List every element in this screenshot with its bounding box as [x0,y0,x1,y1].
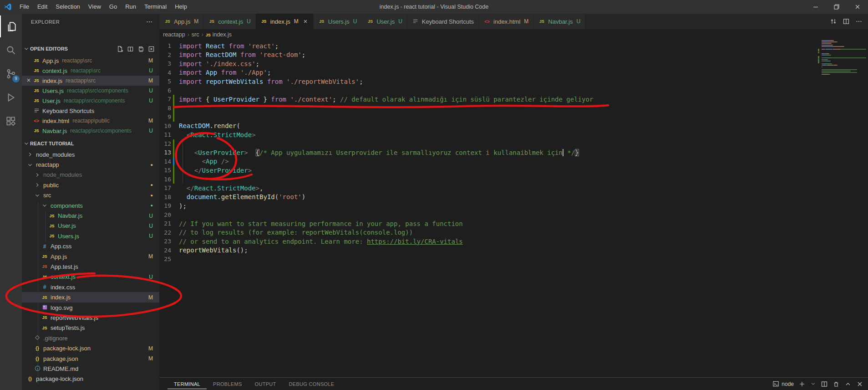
line-number[interactable]: 2 [159,51,171,58]
editor-layout-icon[interactable] [127,46,134,52]
line-number[interactable]: 10 [159,123,171,129]
menu-run[interactable]: Run [121,0,140,14]
file-package-lock.json[interactable]: {}package-lock.json [22,374,159,384]
save-all-icon[interactable] [137,46,144,52]
line-number[interactable]: 19 [159,202,171,209]
line-number[interactable]: 24 [159,247,171,254]
open-editor-context.js[interactable]: JScontext.jsreactapp\srcU [22,66,159,76]
file-index.css[interactable]: #index.css [22,282,159,292]
open-editor-index.js[interactable]: JSindex.jsreactapp\srcM [22,76,159,86]
maximize-panel-icon[interactable] [844,380,852,388]
line-number[interactable]: 23 [159,238,171,245]
activity-explorer-icon[interactable] [0,15,22,37]
breadcrumb-file[interactable]: JSindex.js [206,31,232,38]
more-actions-icon[interactable] [146,18,153,26]
tab-user.js[interactable]: JSUser.jsU [362,14,407,29]
line-number[interactable]: 16 [159,176,171,183]
line-number[interactable]: 22 [159,229,171,236]
line-number[interactable]: 25 [159,256,171,262]
file-reportwebvitals.js[interactable]: JSreportWebVitals.js [22,313,159,323]
line-number[interactable]: 11 [159,131,171,138]
open-editor-index.html[interactable]: <>index.htmlreactapp\publicM [22,116,159,126]
menu-go[interactable]: Go [105,0,121,14]
file-navbar.js[interactable]: JSNavbar.jsU [22,210,159,221]
kill-terminal-icon[interactable] [832,380,840,388]
breadcrumb[interactable]: reactapp›src›JSindex.js [159,29,868,40]
line-number[interactable]: 12 [159,140,171,147]
maximize-button[interactable] [826,0,847,14]
open-editor-app.js[interactable]: JSApp.jsreactapp\srcM [22,56,159,66]
open-editor-users.js[interactable]: JSUsers.jsreactapp\src\componentsU [22,86,159,96]
tab-keyboard-shortcuts[interactable]: Keyboard Shortcuts [407,14,479,29]
file-package-lock.json[interactable]: {}package-lock.jsonM [22,343,159,353]
split-editor-icon[interactable] [843,18,850,25]
file-users.js[interactable]: JSUsers.jsU [22,231,159,241]
line-number[interactable]: 9 [159,113,171,120]
shell-selector[interactable]: node [772,380,794,387]
folder-components[interactable]: components● [22,200,159,210]
panel-tab-debug-console[interactable]: DEBUG CONSOLE [283,379,341,389]
line-number[interactable]: 21 [159,220,171,227]
panel-tab-problems[interactable]: PROBLEMS [207,379,249,389]
file-user.js[interactable]: JSUser.jsU [22,221,159,231]
panel-tab-terminal[interactable]: TERMINAL [168,379,207,389]
folder-node-modules[interactable]: node_modules [22,149,159,159]
folder-node-modules[interactable]: node_modules [22,170,159,180]
tab-index.html[interactable]: <>index.htmlM [479,14,533,29]
menu-terminal[interactable]: Terminal [140,0,171,14]
menu-edit[interactable]: Edit [33,0,51,14]
line-number[interactable]: 20 [159,211,171,218]
open-editor-user.js[interactable]: JSUser.jsreactapp\src\componentsU [22,96,159,106]
new-terminal-icon[interactable] [798,380,806,388]
line-number[interactable]: 17 [159,185,171,191]
folder-reactapp[interactable]: reactapp● [22,159,159,169]
folder-public[interactable]: public● [22,180,159,190]
open-editors-section-header[interactable]: OPEN EDITORS [22,44,159,54]
minimize-button[interactable] [805,0,826,14]
line-number[interactable]: 1 [159,42,171,49]
breadcrumb-item[interactable]: src [192,31,199,38]
shell-dropdown-icon[interactable] [810,381,816,387]
line-number[interactable]: 7 [159,96,171,103]
tab-users.js[interactable]: JSUsers.jsU [314,14,362,29]
file-context.js[interactable]: JScontext.jsU [22,272,159,282]
activity-source-control-icon[interactable]: 9 [0,63,22,85]
file-index.js[interactable]: JSindex.jsM [22,292,159,302]
close-panel-icon[interactable] [856,380,863,388]
menu-selection[interactable]: Selection [51,0,84,14]
file-app.test.js[interactable]: JSApp.test.js [22,262,159,272]
workspace-section-header[interactable]: REACT TUTORIAL [22,139,159,149]
tab-index.js[interactable]: JSindex.jsM [256,14,314,29]
menu-help[interactable]: Help [171,0,191,14]
close-tab-icon[interactable] [302,18,309,25]
line-number[interactable]: 6 [159,87,171,94]
file-app.js[interactable]: JSApp.jsM [22,251,159,262]
line-number[interactable]: 14 [159,158,171,165]
file-app.css[interactable]: #App.css [22,241,159,251]
folder-src[interactable]: src● [22,190,159,200]
file-.gitignore[interactable]: .gitignore [22,333,159,343]
open-editor-keyboard-shortcuts[interactable]: Keyboard Shortcuts [22,106,159,116]
activity-run-debug-icon[interactable] [0,87,22,108]
menu-view[interactable]: View [84,0,105,14]
line-number[interactable]: 8 [159,105,171,112]
line-number[interactable]: 15 [159,167,171,174]
file-logo.svg[interactable]: logo.svg [22,303,159,313]
close-all-icon[interactable] [148,46,155,52]
tab-context.js[interactable]: JScontext.jsU [203,14,256,29]
open-changes-icon[interactable] [830,18,837,25]
split-terminal-icon[interactable] [821,380,828,388]
file-setuptests.js[interactable]: JSsetupTests.js [22,323,159,333]
file-readme.md[interactable]: README.md [22,364,159,374]
more-actions-icon[interactable] [855,18,863,25]
minimap[interactable] [817,40,868,131]
tab-navbar.js[interactable]: JSNavbar.jsU [533,14,585,29]
line-number[interactable]: 5 [159,78,171,85]
tab-app.js[interactable]: JSApp.jsM [159,14,203,29]
file-package.json[interactable]: {}package.jsonM [22,354,159,364]
close-button[interactable] [847,0,868,14]
menu-file[interactable]: File [15,0,33,14]
line-number[interactable]: 13 [159,149,171,156]
line-number[interactable]: 18 [159,194,171,200]
breadcrumb-item[interactable]: reactapp [163,31,185,38]
